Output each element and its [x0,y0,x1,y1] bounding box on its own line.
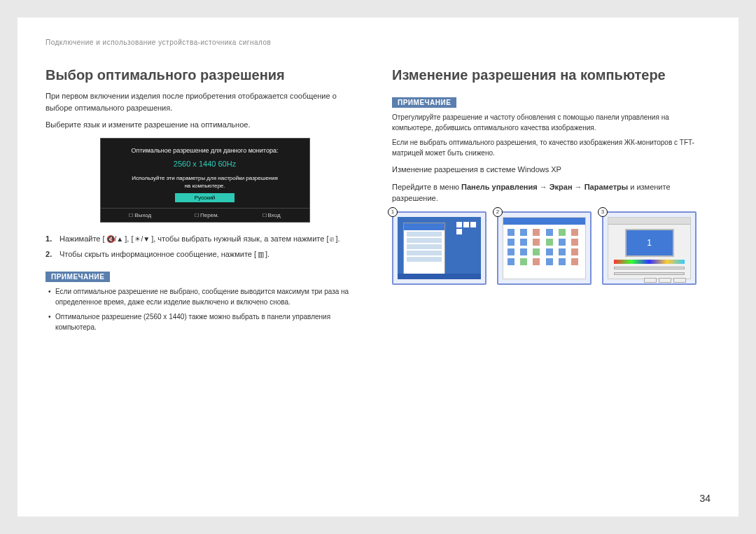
right-heading: Изменение разрешения на компьютере [392,67,710,83]
mute-up-icon: 🔇/▲ [105,234,125,244]
menu-icon: ▥ [256,249,265,260]
osd-footer: Выход Перем. Вход [101,208,309,222]
right-p2: Если не выбрать оптимального разрешения,… [392,137,710,158]
left-column: Выбор оптимального разрешения При первом… [46,67,364,337]
osd-line2: Используйте эти параметры для настройки … [101,175,309,181]
left-p2: Выберите язык и измените разрешение на о… [46,119,364,131]
thumb-number-3: 3 [598,207,608,217]
osd-enter: Вход [262,212,281,218]
osd-move: Перем. [195,212,219,218]
thumbnail-1: 1 [392,211,486,285]
bright-down-icon: ☀/▼ [133,234,151,244]
note-badge-left: ПРИМЕЧАНИЕ [46,272,110,282]
osd-preview: Оптимальное разрешение для данного монит… [100,138,310,223]
left-p1: При первом включении изделия после приоб… [46,90,364,113]
left-heading: Выбор оптимального разрешения [46,67,364,83]
manual-page: Подключение и использование устройства-и… [18,17,738,517]
osd-line3: на компьютере. [101,183,309,189]
breadcrumb: Подключение и использование устройства-и… [46,38,710,46]
note-item-1: Если оптимальное разрешение не выбрано, … [55,286,364,307]
page-number: 34 [699,493,710,504]
step-1: Нажимайте [🔇/▲], [☀/▼], чтобы выбрать ну… [46,233,364,245]
osd-language-button: Русский [175,193,235,202]
osd-resolution: 2560 x 1440 60Hz [101,160,309,168]
thumbnail-3: 3 1 [602,211,696,285]
right-column: Изменение разрешения на компьютере ПРИМЕ… [392,67,710,337]
right-p4: Перейдите в меню Панель управления → Экр… [392,181,710,204]
note-list-left: Если оптимальное разрешение не выбрано, … [46,286,364,332]
steps-list: Нажимайте [🔇/▲], [☀/▼], чтобы выбрать ну… [46,233,364,260]
note-item-2: Оптимальное разрешение (2560 x 1440) так… [55,311,364,332]
step-2: Чтобы скрыть информационное сообщение, н… [46,248,364,260]
osd-exit: Выход [129,212,151,218]
thumb-number-2: 2 [493,207,503,217]
right-p1: Отрегулируйте разрешение и частоту обнов… [392,112,710,133]
right-p3: Изменение разрешения в системе Windows X… [392,164,710,176]
thumbnail-2: 2 [497,211,592,285]
osd-line1: Оптимальное разрешение для данного монит… [101,147,309,154]
thumb-number-1: 1 [388,207,398,217]
monitor-icon: 1 [625,229,674,257]
source-icon: ⎚ [328,234,335,244]
two-column-layout: Выбор оптимального разрешения При первом… [46,67,710,337]
screenshot-thumbnails: 1 2 3 [392,211,710,285]
note-badge-right: ПРИМЕЧАНИЕ [392,97,456,108]
